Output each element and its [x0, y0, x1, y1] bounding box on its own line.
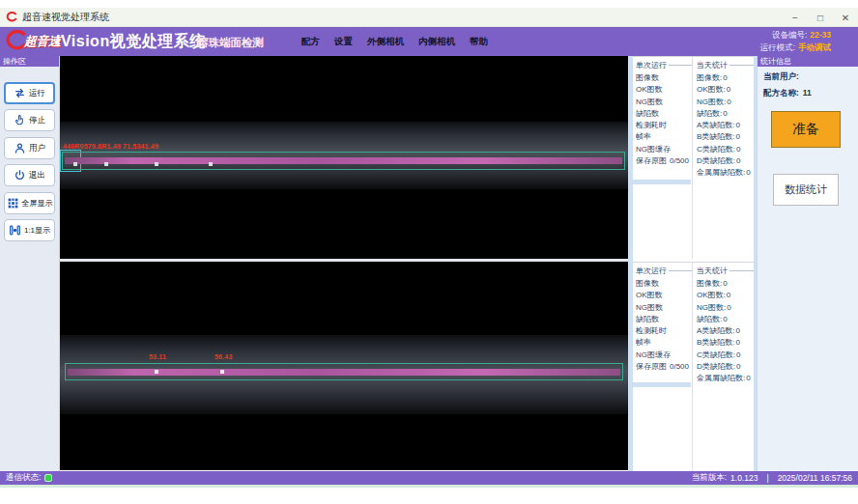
window-titlebar[interactable]: 超音速视觉处理系统 − □ ✕ [0, 8, 858, 27]
recipe-name-row: 配方名称:11 [763, 88, 858, 99]
stat-row: 金属屑缺陷数:0 [697, 373, 754, 384]
version-value: 1.0.123 [730, 473, 758, 483]
strip-marker [220, 370, 224, 374]
device-number-value: 22-33 [810, 30, 831, 40]
measurement-annotation: 56.43 [214, 353, 233, 360]
single-run-column: 单次运行 图像数 OK图数 NG图数 缺陷数 检测耗时 帧率 NG图缓存 保存原… [633, 263, 693, 470]
stat-row: 图像数:0 [697, 278, 754, 290]
stat-row: B类缺陷数:0 [697, 337, 754, 349]
horizontal-scrollbar[interactable] [633, 180, 691, 184]
stats-section-bottom: 单次运行 图像数 OK图数 NG图数 缺陷数 检测耗时 帧率 NG图缓存 保存原… [633, 262, 754, 470]
stat-row: D类缺陷数:0 [697, 361, 754, 373]
stat-row: NG图数:0 [697, 302, 754, 314]
one-to-one-icon [9, 224, 21, 237]
stat-row: NG图数:0 [697, 97, 754, 108]
stat-row: 保存原图0/500 [636, 155, 692, 167]
info-panel-header: 统计信息 [758, 56, 858, 67]
stat-row: 保存原图0/500 [636, 361, 692, 373]
minimize-button[interactable]: − [788, 13, 802, 23]
today-stats-column: 当天统计 图像数:0 OK图数:0 NG图数:0 缺陷数:0 A类缺陷数:0 B… [694, 57, 754, 259]
stat-row: NG图数 [636, 302, 692, 314]
today-stats-title: 当天统计 [697, 266, 754, 276]
stat-row: OK图数:0 [697, 290, 754, 301]
stat-row: B类缺陷数:0 [697, 131, 754, 143]
weld-strip [65, 157, 622, 164]
status-separator: | [766, 473, 768, 483]
stat-row: 缺陷数:0 [697, 108, 754, 120]
app-title: IVision视觉处理系统 [56, 32, 206, 52]
today-stats-title: 当天统计 [697, 60, 754, 70]
run-button[interactable]: 运行 [4, 82, 55, 104]
user-button[interactable]: 用户 [4, 137, 55, 159]
version-label: 当前版本: [692, 472, 727, 484]
stat-row: A类缺陷数:0 [697, 120, 754, 131]
prepare-button[interactable]: 准备 [771, 111, 841, 148]
stat-row: NG图缓存 [636, 144, 692, 155]
datetime-value: 2025/02/11 16:57:56 [778, 473, 852, 483]
app-header: 超音速 IVision视觉处理系统 熔珠端面检测 配方 设置 外侧相机 内侧相机… [0, 27, 858, 56]
menu-bar: 配方 设置 外侧相机 内侧相机 帮助 [301, 27, 488, 56]
user-icon [14, 142, 26, 154]
single-run-title: 单次运行 [636, 266, 692, 276]
stats-section-top: 单次运行 图像数 OK图数 NG图数 缺陷数 检测耗时 帧率 NG图缓存 保存原… [633, 56, 754, 259]
detection-box [62, 152, 625, 170]
status-bar-right: 当前版本: 1.0.123 | 2025/02/11 16:57:56 [692, 472, 852, 484]
stat-row: 缺陷数 [636, 314, 692, 325]
menu-item-help[interactable]: 帮助 [470, 36, 488, 48]
menu-item-inner-camera[interactable]: 内侧相机 [418, 36, 455, 48]
menu-item-recipe[interactable]: 配方 [301, 36, 320, 48]
stat-row: 图像数 [636, 278, 692, 290]
window-title: 超音速视觉处理系统 [22, 11, 109, 24]
status-bar: 通信状态: 当前版本: 1.0.123 | 2025/02/11 16:57:5… [0, 471, 858, 485]
detection-box [65, 363, 623, 380]
close-button[interactable]: ✕ [839, 13, 852, 23]
stat-row: C类缺陷数:0 [697, 350, 754, 361]
app-subtitle: 熔珠端面检测 [197, 36, 264, 50]
single-run-column: 单次运行 图像数 OK图数 NG图数 缺陷数 检测耗时 帧率 NG图缓存 保存原… [633, 57, 693, 259]
device-info: 设备编号:22-33 运行模式:手动调试 [760, 29, 831, 54]
one-to-one-button[interactable]: 1:1显示 [4, 219, 55, 241]
single-run-title: 单次运行 [636, 60, 692, 70]
stat-row: 检测耗时 [636, 120, 692, 131]
strip-marker [209, 162, 213, 166]
brand-logo: 超音速 [5, 30, 61, 52]
comm-status-indicator [44, 474, 52, 482]
maximize-button[interactable]: □ [814, 13, 827, 23]
stat-row: NG图数 [636, 97, 692, 108]
fullscreen-grid-icon [7, 197, 19, 210]
measurement-annotation: 53.11 [149, 353, 166, 360]
stat-row: 缺陷数:0 [697, 314, 754, 325]
exit-button[interactable]: 退出 [4, 164, 55, 186]
data-statistics-button[interactable]: 数据统计 [773, 174, 839, 206]
window-bottom-edge [0, 485, 858, 488]
stat-row: OK图数 [636, 290, 692, 301]
sidebar-header: 操作区 [0, 56, 59, 67]
stat-row: D类缺陷数:0 [697, 155, 754, 167]
stop-button[interactable]: 停止 [4, 109, 55, 131]
fullscreen-button[interactable]: 全屏显示 [4, 192, 55, 214]
operation-sidebar: 操作区 运行 停止 用户 退出 全屏显示 [0, 56, 60, 471]
stat-row: 帧率 [636, 131, 692, 143]
menu-item-outer-camera[interactable]: 外侧相机 [367, 36, 404, 48]
stat-row: 帧率 [636, 337, 692, 349]
horizontal-scrollbar[interactable] [633, 382, 691, 387]
strip-marker [73, 162, 77, 166]
weld-strip [68, 369, 620, 376]
strip-marker [155, 162, 158, 166]
comm-status: 通信状态: [6, 472, 52, 484]
statistics-info-panel: 统计信息 当前用户: 配方名称:11 准备 数据统计 [757, 56, 858, 471]
stat-row: C类缺陷数:0 [697, 144, 754, 155]
recipe-name-value: 11 [803, 88, 812, 98]
app-logo-icon [6, 12, 17, 23]
menu-item-settings[interactable]: 设置 [334, 36, 353, 48]
stat-row: 金属屑缺陷数:0 [697, 167, 754, 179]
measurement-annotation: 440R0579.8R1.49 71.5341.49 [63, 143, 158, 150]
window-controls: − □ ✕ [788, 8, 852, 27]
stat-row: 检测耗时 [636, 325, 692, 337]
strip-marker [155, 370, 158, 374]
brand-logo-text: 超音速 [24, 33, 61, 50]
stat-row: A类缺陷数:0 [697, 325, 754, 337]
run-cycle-icon [14, 87, 26, 99]
camera-viewport-top: 440R0579.8R1.49 71.5341.49 [60, 56, 628, 259]
run-mode-row: 运行模式:手动调试 [760, 42, 831, 54]
